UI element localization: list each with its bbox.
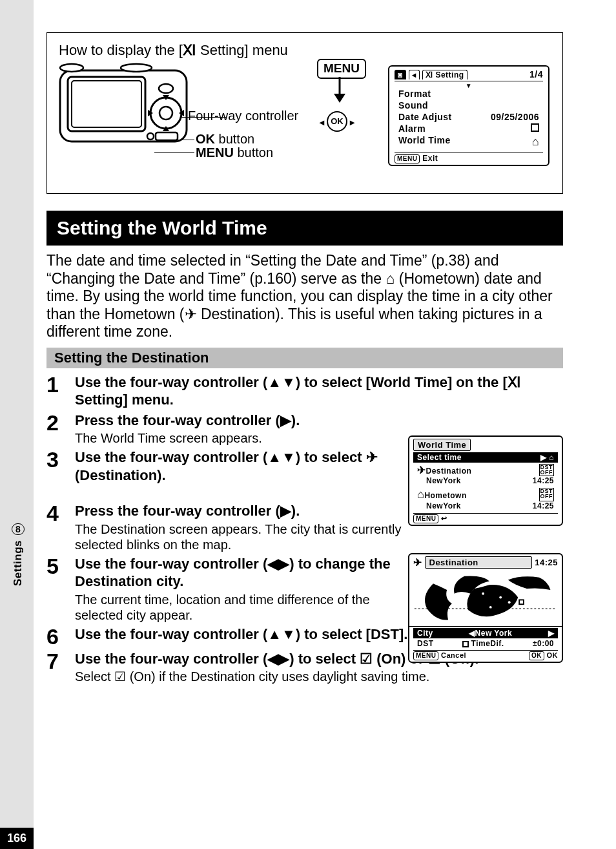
wt-select-time-label: Select time [417, 453, 462, 462]
tools-icon: Ⅺ [426, 70, 433, 79]
dest-dst-label: DST [417, 639, 434, 648]
wt-home-text: Hometown [424, 491, 466, 500]
svg-point-9 [147, 133, 154, 140]
menu-label: World Time [398, 135, 451, 149]
dst-off-chip: DSTOFF [539, 488, 555, 501]
howto-title: How to display the [Ⅺ Setting] menu [59, 42, 551, 59]
menu-label: Sound [398, 100, 428, 110]
tools-icon: Ⅺ [183, 42, 196, 59]
menu-chip: MENU [395, 154, 420, 163]
page-number: 166 [0, 828, 34, 849]
menu-item-sound: Sound [395, 100, 543, 111]
tab-setting: Ⅺ Setting [422, 70, 467, 79]
menu-value: 09/25/2006 [491, 112, 539, 122]
label-ok-suffix: button [215, 132, 254, 146]
step-title: Use the four-way controller (▲▼) to sele… [75, 448, 411, 484]
right-arrow-icon: ▶ [548, 629, 555, 638]
dest-footer: MENU Cancel OK OK [413, 650, 558, 660]
steps-list: World Time Select time ▶ ⌂ ✈Destination … [46, 373, 563, 685]
arrow-down-icon [317, 73, 362, 109]
chapter-tab: 8 Settings [12, 523, 25, 586]
return-icon: ↩ [441, 514, 447, 522]
wt-destination-block: ✈Destination DSTOFF NewYork 14:25 [413, 463, 558, 487]
svg-point-7 [159, 84, 173, 93]
step-desc: Select ☑ (On) if the Destination city us… [75, 669, 563, 684]
label-menu-bold: MENU [196, 145, 234, 160]
menu-item-format: Format [395, 88, 543, 100]
menu-item-date-adjust: Date Adjust09/25/2006 [395, 111, 543, 123]
wt-footer: MENU ↩ [413, 513, 558, 523]
dest-header: ✈ Destination 14:25 [413, 556, 558, 569]
screen-footer: MENU Exit [395, 152, 543, 163]
step-title: Use the four-way controller (◀▶) to chan… [75, 555, 411, 591]
step-number: 2 [46, 412, 75, 434]
wt-title: World Time [413, 439, 471, 451]
wt-hometown-block: ⌂Hometown DSTOFF NewYork 14:25 [413, 487, 558, 512]
intro-paragraph: The date and time selected in “Setting t… [46, 252, 563, 341]
menu-label: Date Adjust [398, 112, 452, 122]
checkbox-off-icon [462, 641, 469, 647]
menu-item-alarm: Alarm [395, 123, 543, 134]
dest-dst-value: TimeDif. [462, 639, 504, 648]
destination-screen-sim: ✈ Destination 14:25 City [408, 553, 563, 663]
step-desc: The Destination screen appears. The city… [75, 521, 411, 552]
step-1: 1 Use the four-way controller (▲▼) to se… [46, 373, 563, 409]
dest-timedif-value: ±0:00 [533, 639, 554, 648]
label-menu-suffix: button [234, 145, 273, 160]
ok-button-graphic: OK [327, 110, 347, 132]
svg-point-4 [121, 64, 152, 72]
dest-city-value: ◀New York [469, 629, 512, 638]
dest-map [409, 570, 562, 627]
plane-icon: ✈ [417, 465, 426, 476]
menu-item-world-time: World Time⌂ [395, 134, 543, 149]
svg-point-17 [449, 615, 452, 618]
svg-point-13 [482, 592, 484, 595]
dest-ok: OK OK [529, 651, 558, 660]
checkbox-off-icon [531, 123, 539, 132]
menu-label: Alarm [398, 123, 426, 134]
step1-text-b: Setting] menu. [75, 392, 174, 408]
tab-arrow-icon: ◂ [409, 70, 420, 79]
tab-camera-icon: ◙ [395, 70, 406, 79]
left-gutter: 8 Settings 166 [0, 0, 34, 849]
screen-tabs: ◙ ◂ Ⅺ Setting 1/4 [395, 69, 543, 79]
subsection-heading: Setting the Destination [46, 348, 563, 368]
footer-exit-label: Exit [422, 154, 438, 163]
label-menu: MENU button [196, 145, 273, 160]
lead-line [154, 152, 194, 153]
wt-hometown-label: ⌂Hometown [417, 488, 467, 501]
svg-rect-1 [68, 77, 145, 131]
menu-chip: MENU [413, 651, 438, 660]
howto-box: How to display the [Ⅺ Setting] menu [46, 32, 563, 194]
step-number: 1 [46, 373, 75, 395]
step-desc: The current time, location and time diff… [75, 592, 411, 623]
label-ok-bold: OK [196, 132, 215, 146]
menu-chip: MENU [413, 514, 438, 523]
wt-destination-label: ✈Destination [417, 464, 471, 476]
tools-icon: Ⅺ [508, 373, 521, 392]
wt-home-city: NewYork [417, 501, 461, 510]
label-four-way: Four-way controller [188, 109, 298, 123]
howto-title-prefix: How to display the [ [59, 42, 183, 58]
dest-title-time: 14:25 [535, 558, 558, 567]
dest-city-name: New York [475, 629, 513, 638]
menu-list: ▼ Format Sound Date Adjust09/25/2006 Ala… [395, 81, 543, 149]
plane-icon: ✈ [413, 556, 422, 569]
wt-dest-city: NewYork [417, 476, 461, 485]
wt-dest-text: Destination [426, 466, 472, 476]
camera-illustration [59, 63, 188, 150]
wt-home-time: 14:25 [533, 501, 554, 510]
howto-title-suffix: Setting] menu [196, 42, 288, 58]
ok-button-label: OK [327, 111, 347, 132]
svg-point-15 [489, 606, 492, 609]
dest-city-label: City [417, 629, 433, 638]
step-title: Press the four-way controller (▶). [75, 502, 411, 520]
label-ok: OK button [196, 132, 254, 147]
svg-point-16 [508, 601, 511, 603]
step-number: 5 [46, 555, 75, 577]
page-indicator: 1/4 [529, 69, 543, 79]
lead-line [171, 140, 194, 140]
step-number: 7 [46, 650, 75, 672]
svg-marker-11 [334, 94, 345, 103]
home-icon: ⌂ [417, 488, 424, 501]
